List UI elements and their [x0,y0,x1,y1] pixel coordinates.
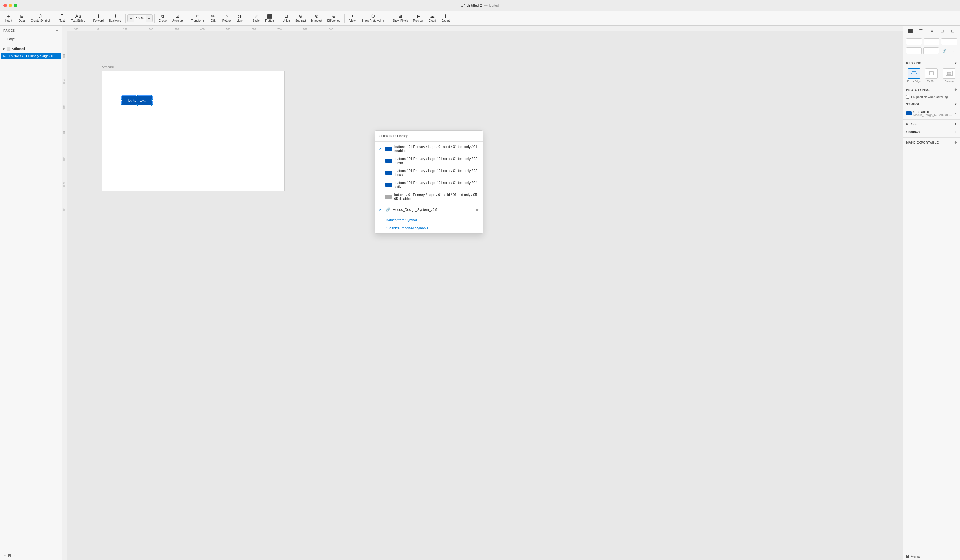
union-button[interactable]: ⊔ Union [280,12,293,24]
subtract-button[interactable]: ⊖ Subtract [293,12,308,24]
align-right-button[interactable]: ≡ [928,27,936,35]
text-button[interactable]: T Text [56,12,68,24]
w-input[interactable]: 132 [906,48,922,54]
detach-from-symbol-item[interactable]: Detach from Symbol [375,216,483,224]
preview-resize-option[interactable]: Preview [941,68,957,83]
preview-button[interactable]: ▶ Preview [411,12,426,24]
style-header[interactable]: STYLE ▼ [903,120,960,126]
cloud-button[interactable]: ☁ Cloud [426,12,438,24]
handle-bm[interactable] [136,104,138,106]
zoom-control[interactable]: − 100% + [127,14,152,22]
menu-symbol-item-2[interactable]: ✓ buttons / 01 Primary / large / 01 soli… [375,167,483,179]
handle-tr[interactable] [152,94,153,96]
menu-symbol-item-3[interactable]: ✓ buttons / 01 Primary / large / 01 soli… [375,179,483,191]
fix-size-option[interactable]: Fix Size [924,68,940,83]
y-input-group[interactable]: 80 Y [924,38,940,45]
h-input-group[interactable]: 44 H [923,47,939,54]
add-prototype-button[interactable]: + [954,87,957,92]
x-input-group[interactable]: 80 X [906,38,922,45]
layer-symbol-item[interactable]: ▶ ⬡ buttons / 01 Primary / large / 01 s.… [1,53,61,59]
rotate-button[interactable]: ⟳ Rotate [220,12,233,24]
button-element[interactable]: button text [121,95,152,106]
add-page-button[interactable]: + [56,28,59,33]
group-button[interactable]: ⧉ Group [156,12,169,24]
prototyping-header[interactable]: PROTOTYPING + [903,85,960,93]
intersect-button[interactable]: ⊗ Intersect [309,12,324,24]
menu-symbol-item-1[interactable]: ✓ buttons / 01 Primary / large / 01 soli… [375,155,483,167]
resizing-header[interactable]: RESIZING ▼ [903,59,960,66]
handle-tl[interactable] [120,94,122,96]
flatten-button[interactable]: ⬛ Flatten [263,12,276,24]
shadows-row[interactable]: Shadows + [906,128,957,136]
minimize-button[interactable] [8,4,12,7]
lock-flip-buttons: 🔗 ↔ [941,47,957,55]
add-export-button[interactable]: + [954,140,957,145]
menu-symbol-item-4[interactable]: ✓ buttons / 01 Primary / large / 01 soli… [375,191,483,203]
maximize-button[interactable] [14,4,17,7]
check-icon-2: ✓ [379,171,383,175]
align-left-button[interactable]: ⬛ [907,27,915,35]
scale-button[interactable]: ⤢ Scale [250,12,262,24]
canvas-content[interactable]: Artboard button text [67,31,903,560]
edit-button[interactable]: ✏ Edit [207,12,219,24]
transform-button[interactable]: ↻ Transform [189,12,206,24]
handle-ml[interactable] [120,99,122,101]
zoom-plus-button[interactable]: + [146,14,152,22]
show-pixels-button[interactable]: ⊞ Show Pixels [390,12,410,24]
intersect-icon: ⊗ [315,14,318,19]
pin-to-edge-option[interactable]: Pin to Edge [906,68,922,83]
view-button[interactable]: 👁 View [346,12,359,24]
unlink-from-library-item[interactable]: Unlink from Library [375,132,483,140]
organize-imported-symbols-item[interactable]: Organize Imported Symbols... [375,224,483,232]
menu-symbol-item-0[interactable]: ✓ buttons / 01 Primary / large / 01 soli… [375,143,483,155]
angle-input-group[interactable]: 0 ° [941,38,957,45]
menu-divider-1 [375,141,483,142]
page-item-1[interactable]: Page 1 [2,36,60,43]
cloud-icon: ☁ [430,14,435,19]
handle-tm[interactable] [136,94,138,96]
symbol-color-swatch [906,111,912,115]
y-input[interactable]: 80 [924,38,940,45]
symbol-expand-icon[interactable]: ▼ [954,112,957,115]
lock-ratio-button[interactable]: 🔗 [941,47,949,55]
ungroup-button[interactable]: ⊡ Ungroup [170,12,185,24]
create-symbol-button[interactable]: ⬡ Create Symbol [29,12,52,24]
handle-mr[interactable] [152,99,153,101]
difference-button[interactable]: ⊕ Difference [325,12,342,24]
canvas-area[interactable]: -100 0 100 200 300 400 500 600 700 800 9… [62,26,903,560]
make-exportable-header[interactable]: MAKE EXPORTABLE + [903,138,960,146]
symbol-header[interactable]: SYMBOL ▼ [903,100,960,107]
text-styles-button[interactable]: Aa Text Styles [69,12,87,24]
mask-button[interactable]: ◑ Mask [234,12,246,24]
fix-position-checkbox[interactable] [906,95,909,99]
add-shadow-button[interactable]: + [955,130,957,134]
distribute-v-button[interactable]: ⊞ [949,27,957,35]
h-input[interactable]: 44 [924,48,939,54]
layer-artboard[interactable]: ▼ ⬜ Artboard [0,45,62,52]
export-button[interactable]: ⬆ Export [439,12,452,24]
handle-br[interactable] [152,104,153,106]
angle-input[interactable]: 0 [941,38,957,45]
data-button[interactable]: ⊞ Data [15,12,28,24]
backward-button[interactable]: ⬇ Backward [107,12,124,24]
filter-bar[interactable]: ⊟ Filter [0,551,62,560]
main-area: PAGES + Page 1 ▼ ⬜ Artboard ▶ ⬡ buttons … [0,26,960,560]
close-button[interactable] [3,4,7,7]
align-center-button[interactable]: ☰ [917,27,925,35]
library-item[interactable]: ✓ 🔗 Modus_Design_System_v0.9 ▶ [375,205,483,214]
distribute-h-button[interactable]: ⊟ [938,27,946,35]
x-input[interactable]: 80 [906,38,922,45]
artboard-frame[interactable]: button text [102,71,285,191]
show-prototyping-button[interactable]: ⬡ Show Prototyping [360,12,386,24]
edit-icon: ✏ [211,14,215,19]
insert-button[interactable]: ＋ Insert [2,12,15,24]
symbol-row[interactable]: 01 enabled Modus_Design_S... v.d / 01 te… [906,109,957,118]
button-text: button text [128,98,146,102]
handle-bl[interactable] [120,104,122,106]
flip-button[interactable]: ↔ [949,47,957,55]
forward-button[interactable]: ⬆ Forward [91,12,106,24]
w-input-group[interactable]: 132 W [906,47,922,54]
anima-badge[interactable]: 🅰 Anima [903,553,960,560]
symbol-layer-icon: ⬡ [7,54,10,58]
zoom-minus-button[interactable]: − [128,14,134,22]
